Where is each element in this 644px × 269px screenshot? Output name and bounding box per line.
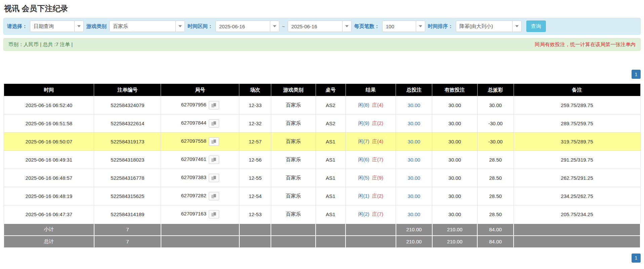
empty-cell — [271, 236, 316, 248]
total-bet-link[interactable]: 30.00 — [408, 102, 420, 108]
cell-total-bet: 30.00 — [396, 133, 432, 151]
cell-remark: 291.25/319.75 — [514, 151, 640, 169]
cell-game-type: 百家乐 — [271, 151, 316, 169]
cell-total-payout: 28.50 — [477, 169, 514, 187]
cell-time: 2025-06-16 06:51:58 — [4, 114, 94, 133]
round-preview-button[interactable] — [209, 210, 219, 218]
total-count: 7 — [94, 236, 161, 248]
cell-result: 闲(5) 庄(9) — [346, 169, 396, 187]
cell-total-payout: -30.00 — [477, 114, 514, 133]
chevron-down-icon — [342, 21, 351, 32]
table-row: 2025-06-16 06:49:31 522584318023 6270974… — [4, 151, 640, 169]
table-header-row: 时间 注单编号 局号 场次 游戏类别 桌号 结果 总投注 有效投注 总派彩 备注 — [4, 84, 640, 96]
search-button[interactable]: 查询 — [526, 21, 546, 32]
result-player: 闲(5) — [358, 175, 369, 180]
cards-icon — [211, 121, 217, 126]
empty-cell — [346, 236, 396, 248]
round-preview-button[interactable] — [209, 101, 219, 109]
round-no-value: 627097844 — [181, 120, 206, 126]
cell-session: 12-53 — [239, 205, 271, 224]
game-type-select[interactable]: 百家乐 — [109, 21, 185, 32]
round-preview-button[interactable] — [209, 192, 219, 200]
header-time: 时间 — [4, 84, 94, 96]
cell-bet-no: 522584322614 — [94, 114, 161, 133]
chevron-down-icon — [512, 21, 521, 32]
cell-bet-no: 522584314189 — [94, 205, 161, 224]
round-no-value: 627097163 — [181, 211, 206, 216]
cell-result: 闲(1) 庄(2) — [346, 187, 396, 205]
cell-bet-no: 522584315625 — [94, 187, 161, 205]
table-body: 2025-06-16 06:52:40 522584324079 6270979… — [4, 96, 640, 224]
query-type-select[interactable]: 日期查询 — [30, 21, 84, 32]
round-no-value: 627097461 — [181, 156, 206, 162]
cell-round-no: 627097163 — [161, 205, 239, 224]
cell-session: 12-54 — [239, 187, 271, 205]
header-result: 结果 — [346, 84, 396, 96]
date-to-input[interactable]: 2025-06-16 — [288, 21, 352, 32]
summary-bar: 币别：人民币 | 总共 :7 注单 | 同局有效投注，统一计算在该局第一张注单内 — [3, 38, 641, 51]
page-size-select[interactable]: 100 — [382, 21, 425, 32]
cards-icon — [211, 139, 217, 144]
cell-valid-bet: 30.00 — [432, 169, 477, 187]
result-player: 闲(1) — [358, 193, 369, 199]
pagination-top: 1 — [3, 70, 641, 79]
cell-round-no: 627097558 — [161, 133, 239, 151]
round-no-value: 627097956 — [181, 102, 206, 107]
result-banker: 庄(7) — [372, 157, 383, 162]
header-session: 场次 — [239, 84, 271, 96]
range-separator: ~ — [282, 24, 285, 29]
result-banker: 庄(4) — [372, 102, 383, 108]
empty-cell — [271, 224, 316, 236]
total-total-payout: 84.00 — [477, 236, 514, 248]
page-1-button[interactable]: 1 — [632, 254, 641, 263]
round-no-value: 627097383 — [181, 174, 206, 180]
page-1-button[interactable]: 1 — [632, 70, 641, 79]
cell-time: 2025-06-16 06:49:31 — [4, 151, 94, 169]
cell-game-type: 百家乐 — [271, 187, 316, 205]
cell-time: 2025-06-16 06:50:07 — [4, 133, 94, 151]
table-row: 2025-06-16 06:48:57 522584316778 6270973… — [4, 169, 640, 187]
cell-round-no: 627097956 — [161, 96, 239, 114]
result-player: 闲(8) — [358, 102, 369, 108]
cell-game-type: 百家乐 — [271, 114, 316, 133]
cell-valid-bet: 30.00 — [432, 151, 477, 169]
chevron-down-icon — [416, 21, 425, 32]
round-preview-button[interactable] — [209, 156, 219, 164]
subtotal-valid-bet: 210.00 — [432, 224, 477, 236]
cell-total-bet: 30.00 — [396, 187, 432, 205]
round-preview-button[interactable] — [209, 174, 219, 182]
total-bet-link[interactable]: 30.00 — [408, 175, 420, 181]
cell-table-no: AS1 — [316, 151, 346, 169]
chevron-down-icon — [175, 21, 185, 32]
cell-result: 闲(2) 庄(7) — [346, 205, 396, 224]
time-range-label: 时间区间： — [188, 23, 213, 30]
empty-cell — [239, 236, 271, 248]
cards-icon — [211, 194, 217, 199]
result-player: 闲(9) — [358, 120, 369, 126]
round-no-value: 627097282 — [181, 193, 206, 198]
total-bet-link[interactable]: 30.00 — [408, 121, 420, 126]
round-preview-button[interactable] — [209, 137, 219, 146]
header-total-bet: 总投注 — [396, 84, 432, 96]
result-banker: 庄(7) — [372, 211, 383, 217]
subtotal-label: 小计 — [4, 224, 94, 236]
sort-order-select[interactable]: 降幂(由大到小) — [456, 21, 522, 32]
total-bet-link[interactable]: 30.00 — [408, 139, 420, 144]
total-bet-link[interactable]: 30.00 — [408, 211, 420, 217]
cell-time: 2025-06-16 06:52:40 — [4, 96, 94, 114]
cell-table-no: AS2 — [316, 96, 346, 114]
cell-result: 闲(8) 庄(4) — [346, 96, 396, 114]
total-bet-link[interactable]: 30.00 — [408, 193, 420, 199]
cell-valid-bet: 30.00 — [432, 133, 477, 151]
same-round-notice: 同局有效投注，统一计算在该局第一张注单内 — [535, 41, 636, 48]
date-from-input[interactable]: 2025-06-16 — [215, 21, 279, 32]
round-preview-button[interactable] — [209, 119, 219, 128]
sort-order-label: 时间排序： — [428, 23, 453, 30]
chevron-down-icon — [270, 21, 279, 32]
cell-game-type: 百家乐 — [271, 205, 316, 224]
total-bet-link[interactable]: 30.00 — [408, 157, 420, 163]
cell-total-bet: 30.00 — [396, 96, 432, 114]
header-valid-bet: 有效投注 — [432, 84, 477, 96]
sort-order-value: 降幂(由大到小) — [456, 21, 512, 32]
empty-cell — [514, 236, 640, 248]
